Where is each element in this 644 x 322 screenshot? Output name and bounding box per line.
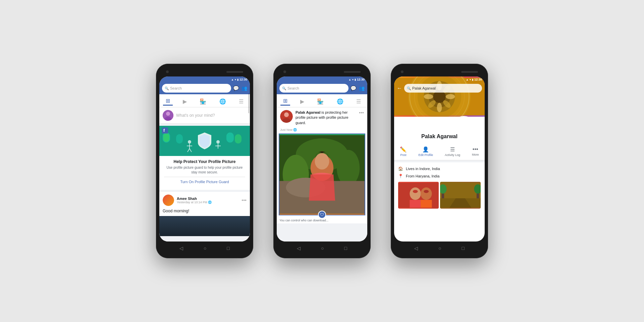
search-icon-3: 🔍 bbox=[407, 87, 411, 90]
status-bar-1: ▲ ▾ ▮ 12:30 bbox=[159, 76, 250, 83]
svg-point-25 bbox=[337, 150, 360, 186]
nav-icons-1: 💬 👥 bbox=[233, 86, 247, 91]
svg-point-54 bbox=[413, 190, 418, 193]
back-button-3[interactable]: ◁ bbox=[414, 246, 418, 251]
battery-icon: ▮ bbox=[237, 78, 238, 81]
more-label: More bbox=[472, 153, 479, 156]
svg-point-29 bbox=[315, 153, 329, 170]
svg-point-51 bbox=[421, 187, 432, 200]
speaker-1 bbox=[226, 71, 243, 73]
edit-profile-btn[interactable]: 👤 Edit Profile bbox=[418, 146, 433, 157]
fb-navbar-2: 🔍 Search 💬 👥 bbox=[277, 83, 367, 94]
status-icons-3: ▲ ▾ ▮ 12:30 bbox=[466, 78, 482, 81]
back-button-1[interactable]: ◁ bbox=[179, 246, 183, 251]
back-button-2[interactable]: ◁ bbox=[297, 246, 301, 251]
profile-photo-frame: 🛡 bbox=[279, 133, 365, 215]
status-icons-2: ▲ ▾ ▮ 12:30 bbox=[348, 78, 365, 81]
front-camera-3 bbox=[401, 70, 404, 73]
recents-button-2[interactable]: □ bbox=[344, 246, 347, 251]
whats-on-mind-bar[interactable]: What's on your mind? bbox=[159, 107, 250, 124]
svg-point-38 bbox=[424, 94, 433, 99]
search-box-2[interactable]: 🔍 Search bbox=[279, 84, 348, 93]
activity-log-icon: ☰ bbox=[450, 146, 455, 153]
profile-photos-grid bbox=[398, 182, 481, 209]
search-icon-1: 🔍 bbox=[165, 87, 169, 90]
search-icon-2: 🔍 bbox=[282, 87, 286, 90]
tab-video-1[interactable]: ▶ bbox=[180, 98, 190, 105]
protection-card: f bbox=[159, 126, 250, 190]
post-more-icon-2[interactable]: ••• bbox=[359, 110, 364, 115]
phone-screen-3: ▲ ▾ ▮ 12:30 bbox=[394, 76, 485, 241]
activity-log-label: Activity Log bbox=[445, 153, 460, 157]
tab-video-2[interactable]: ▶ bbox=[298, 98, 307, 105]
tab-globe-1[interactable]: 🌐 bbox=[217, 98, 229, 105]
svg-point-37 bbox=[437, 103, 442, 112]
tab-globe-2[interactable]: 🌐 bbox=[334, 98, 346, 105]
home-button-3[interactable]: ○ bbox=[438, 246, 441, 251]
status-time-3: 12:30 bbox=[474, 78, 482, 81]
recents-button-3[interactable]: □ bbox=[462, 246, 464, 251]
profile-cover: ← 🔍 Palak Agarwal bbox=[394, 76, 485, 117]
phone-3: ▲ ▾ ▮ 12:30 bbox=[391, 64, 488, 258]
svg-point-55 bbox=[424, 190, 429, 193]
phone-screen-2: ▲ ▾ ▮ 12:30 🔍 Search 💬 👥 ⊞ bbox=[277, 76, 367, 241]
scrollbar-1[interactable] bbox=[248, 107, 249, 113]
search-box-1[interactable]: 🔍 Search bbox=[162, 84, 231, 93]
whats-on-mind-text: What's on your mind? bbox=[176, 113, 215, 118]
profile-info-from: 📍 From Haryana, India bbox=[398, 172, 481, 180]
post-label: Post bbox=[400, 153, 406, 157]
edit-profile-icon: 👤 bbox=[422, 146, 429, 153]
post-action-btn[interactable]: ✏️ Post bbox=[400, 146, 407, 157]
amee-shah-avatar bbox=[163, 195, 174, 206]
svg-point-39 bbox=[446, 94, 455, 99]
post-name-2: Palak Agarwal bbox=[296, 110, 320, 114]
tab-marketplace-2[interactable]: 🏪 bbox=[314, 98, 326, 105]
people-icon-1[interactable]: 👥 bbox=[241, 86, 247, 91]
tab-marketplace-1[interactable]: 🏪 bbox=[197, 98, 209, 105]
svg-rect-6 bbox=[176, 134, 183, 144]
post-more-icon-1[interactable]: ••• bbox=[241, 198, 247, 203]
turn-on-guard-link[interactable]: Turn On Profile Picture Guard bbox=[164, 177, 245, 186]
tab-newsfeed-1[interactable]: ⊞ bbox=[163, 97, 173, 106]
tab-newsfeed-2[interactable]: ⊞ bbox=[280, 97, 290, 106]
photo-thumb-2[interactable] bbox=[440, 182, 481, 209]
post-time-1: Yesterday at 10:14 PM 🌐 bbox=[177, 201, 239, 204]
signal-icon-2: ▲ bbox=[348, 78, 351, 81]
messenger-icon-1[interactable]: 💬 bbox=[233, 86, 239, 91]
tab-menu-1[interactable]: ☰ bbox=[236, 98, 246, 105]
fb-content-2: Palak Agarwal is protecting her profile … bbox=[277, 107, 367, 241]
svg-point-50 bbox=[410, 187, 421, 200]
protection-text-area: Help Protect Your Profile Picture Use pr… bbox=[159, 156, 250, 190]
post-text-1: Good morning! bbox=[159, 209, 250, 216]
front-camera-2 bbox=[283, 70, 286, 73]
palak-avatar-post bbox=[280, 110, 293, 123]
svg-point-16 bbox=[216, 140, 220, 144]
back-arrow-icon[interactable]: ← bbox=[397, 85, 402, 91]
messenger-icon-2[interactable]: 💬 bbox=[351, 86, 356, 91]
more-action-btn[interactable]: ••• More bbox=[472, 146, 479, 157]
profile-navbar: ← 🔍 Palak Agarwal bbox=[394, 83, 485, 94]
phone-top-bar-1 bbox=[159, 67, 250, 76]
search-box-3[interactable]: 🔍 Palak Agarwal bbox=[404, 84, 482, 93]
post-author-name-1: Amee Shah bbox=[177, 197, 239, 201]
phone-1: ▲ ▾ ▮ 12:30 🔍 Search 💬 👥 ⊞ bbox=[156, 64, 253, 258]
svg-text:f: f bbox=[163, 128, 165, 133]
people-icon-2[interactable]: 👥 bbox=[359, 86, 365, 91]
svg-point-20 bbox=[284, 112, 289, 117]
svg-rect-5 bbox=[163, 133, 169, 142]
home-button-2[interactable]: ○ bbox=[321, 246, 324, 251]
home-button-1[interactable]: ○ bbox=[204, 246, 206, 251]
from-text: From Haryana, India bbox=[406, 174, 439, 178]
status-bar-2: ▲ ▾ ▮ 12:30 bbox=[277, 76, 367, 83]
fb-tabs-1: ⊞ ▶ 🏪 🌐 ☰ bbox=[159, 94, 250, 107]
home-info-icon: 🏠 bbox=[398, 166, 403, 171]
phone-bottom-bar-3: ◁ ○ □ bbox=[394, 241, 485, 255]
svg-rect-52 bbox=[410, 200, 421, 208]
svg-rect-8 bbox=[235, 134, 241, 144]
tab-menu-2[interactable]: ☰ bbox=[354, 98, 364, 105]
svg-rect-9 bbox=[162, 127, 168, 133]
recents-button-1[interactable]: □ bbox=[227, 246, 229, 251]
photo-thumb-1[interactable] bbox=[398, 182, 439, 209]
activity-log-btn[interactable]: ☰ Activity Log bbox=[445, 146, 460, 157]
search-placeholder-2: Search bbox=[287, 86, 299, 90]
